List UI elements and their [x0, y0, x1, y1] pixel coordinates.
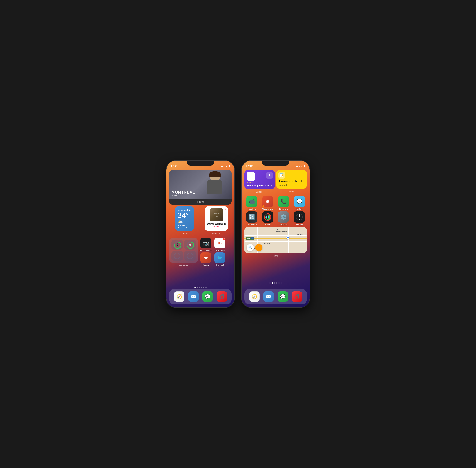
safari-dock-icon-1: 🧭: [174, 292, 184, 302]
dock-music-2[interactable]: 🎵: [290, 292, 303, 302]
app-macgermost[interactable]: ✺ MacGermost: [260, 196, 275, 210]
battery-icon-2: ▮: [304, 165, 305, 167]
app-igeneration[interactable]: iG 2 iGeneration: [213, 238, 226, 251]
dock-mail-1[interactable]: ✉️: [187, 292, 200, 302]
page-dot-1-5[interactable]: [203, 287, 204, 288]
dock-messages-2[interactable]: 💬: [276, 292, 289, 302]
calculator-icon: 🔢: [246, 211, 257, 222]
dock-1: 🧭 ✉️ 💬 🎵: [169, 289, 232, 305]
settings-icon: ⚙️: [278, 211, 289, 222]
igeneration-badge: 2: [223, 238, 225, 240]
messages-dock-icon-2: 💬: [278, 292, 288, 302]
weather-description: Belles éclaircies: [178, 224, 192, 226]
map-search-button[interactable]: 🔍: [247, 244, 254, 251]
macgermost-label: MacGermost: [262, 208, 273, 210]
app-telephone[interactable]: 📞 Téléphone: [276, 196, 291, 210]
app-facetime[interactable]: 📹 FaceTime: [244, 196, 259, 210]
photos-widget[interactable]: MONTRÉAL 26 mai 2020 Photos: [169, 170, 232, 205]
map-royal-label: t-Royal: [264, 243, 270, 245]
notch-1: [187, 161, 214, 166]
app-calculator[interactable]: 🔢 Calculatrice: [244, 211, 259, 225]
page-dot-1-3[interactable]: [199, 287, 200, 288]
app-settings[interactable]: ⚙️ Réglages: [276, 211, 291, 225]
mail-dock-icon-1: ✉️: [188, 292, 199, 302]
textme-label: TextMe: [296, 208, 302, 210]
music-note-icon: ♫: [225, 208, 227, 211]
weather-widget[interactable]: Montréal ➤ 34° ⛅ Belles éclaircies H:34°…: [175, 206, 194, 231]
notes-subtitle: vendredi: [278, 184, 305, 187]
batteries-widget[interactable]: 📱 ⌚: [169, 238, 198, 263]
calculator-label: Calculatrice: [247, 223, 257, 225]
notch-2: [262, 161, 289, 166]
dock-2: 🧭 ✉️ 💬 🎵: [244, 289, 307, 305]
phone-2-content: 🎙 NOUVEAU Event, September 2019 Balados …: [242, 169, 310, 307]
igeneration-app-icon: iG 2: [214, 238, 225, 249]
watch-battery-circle: ⌚: [187, 241, 193, 248]
map-background: 440 15 Montré ILEDE MONTRÉAL Westmount t…: [244, 227, 307, 253]
music-dock-icon-2: 🎵: [292, 292, 302, 302]
apps-row-2: 🔢 Calculatrice: [244, 211, 307, 225]
telephone-icon: 📞: [278, 196, 289, 207]
phone-battery: 📱: [171, 240, 183, 249]
dock-safari-2[interactable]: 🧭: [248, 292, 261, 302]
tweetbot-app-label: Tweetbot: [213, 264, 226, 266]
app-row-1: 📱 ⌚: [169, 238, 232, 268]
battery-icon-1: ▮: [229, 165, 230, 167]
wifi-icon-1: ▲: [226, 165, 228, 167]
watch-battery: ⌚: [184, 240, 196, 249]
balados-event-text: Event, September 2019: [247, 184, 273, 187]
dock-safari-1[interactable]: 🧭: [173, 292, 186, 302]
page-dot-2-active[interactable]: [272, 282, 273, 284]
page-dot-2-5[interactable]: [278, 282, 280, 284]
page-dot-2-6[interactable]: [281, 282, 282, 284]
music-widget[interactable]: ♫ WOMANWORLDWIDE Woman Worldwide Justice: [205, 206, 228, 231]
page-dot-2-1[interactable]: [269, 282, 270, 284]
weather-condition-icon: ⛅: [178, 219, 192, 224]
photos-image: MONTRÉAL 26 mai 2020: [169, 170, 232, 199]
batteries-label: Batteries: [169, 263, 198, 268]
status-icons-2: ●●● ▲ ▮: [296, 165, 305, 167]
dock-mail-2[interactable]: ✉️: [262, 292, 275, 302]
photos-city: MONTRÉAL: [171, 190, 195, 195]
map-restaurant-button[interactable]: 🍴: [255, 244, 262, 251]
phone-2-screen: 17:42 ●●● ▲ ▮ 🎙 NOUVEAU Event,: [242, 161, 310, 307]
page-dot-2-4[interactable]: [276, 282, 277, 284]
map-montreal-label: Montré: [297, 234, 304, 236]
weather-temp: 34°: [178, 212, 192, 219]
notes-widget[interactable]: 📝 Bière sans alcool vendredi: [276, 170, 307, 189]
map-ile-label: ILEDE MONTRÉAL: [276, 229, 287, 233]
app-reeder[interactable]: ★ Reeder: [199, 252, 212, 266]
music-artist-name: Justice: [207, 225, 226, 227]
facetime-label: FaceTime: [248, 208, 256, 210]
photos-label: Photos: [169, 199, 232, 205]
apps-grid-1: 📷 Appareil photo iG 2 iGeneration: [199, 238, 226, 266]
battery-empty-2: [184, 251, 196, 261]
notes-label: Notes: [276, 189, 307, 194]
app-textme[interactable]: 💬 TextMe: [292, 196, 307, 210]
location-arrow-icon: ➤: [189, 209, 191, 212]
wifi-icon-2: ▲: [301, 165, 303, 167]
notes-title: Bière sans alcool: [278, 180, 305, 183]
settings-label: Réglages: [279, 223, 288, 225]
dock-music-1[interactable]: 🎵: [215, 292, 228, 302]
app-horloge[interactable]: Horloge: [292, 211, 307, 225]
page-dot-2-3[interactable]: [274, 282, 275, 284]
signal-icon-2: ●●●: [296, 165, 300, 167]
balados-widget[interactable]: 🎙 NOUVEAU Event, September 2019: [244, 170, 275, 189]
app-camera[interactable]: 📷 Appareil photo: [199, 238, 212, 251]
phone-1-screen: 17:41 ●●● ▲ ▮: [166, 161, 234, 307]
page-dot-1-6[interactable]: [206, 287, 207, 288]
app-forme[interactable]: Forme: [260, 211, 275, 225]
app-tweetbot[interactable]: 🐦 Tweetbot: [213, 252, 226, 266]
horloge-label: Horloge: [296, 223, 303, 225]
page-dot-1-4[interactable]: [201, 287, 202, 288]
page-dot-1-active[interactable]: [194, 287, 196, 288]
weather-range: H:34° L:23°: [178, 226, 192, 228]
widget-row-1: Montréal ➤ 34° ⛅ Belles éclaircies H:34°…: [169, 206, 232, 236]
maps-widget[interactable]: 440 15 Montré ILEDE MONTRÉAL Westmount t…: [244, 227, 307, 253]
dock-messages-1[interactable]: 💬: [201, 292, 214, 302]
facetime-icon: 📹: [246, 196, 257, 207]
montreal-label: MONTRÉAL 26 mai 2020: [171, 190, 195, 197]
camera-app-label: Appareil photo: [199, 249, 212, 251]
page-dot-1-2[interactable]: [197, 287, 198, 288]
